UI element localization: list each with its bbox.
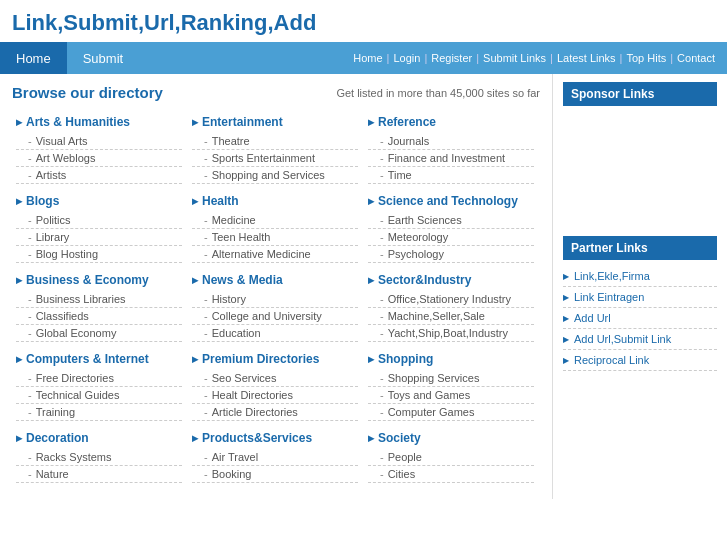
browse-subtitle: Get listed in more than 45,000 sites so … [336, 87, 540, 99]
dir-section-title[interactable]: Science and Technology [368, 194, 534, 208]
dir-item[interactable]: Yacht,Ship,Boat,Industry [368, 325, 534, 342]
dir-section-title[interactable]: Health [192, 194, 358, 208]
dir-section: DecorationRacks SystemsNature [12, 427, 188, 489]
dir-item[interactable]: Medicine [192, 212, 358, 229]
partner-link[interactable]: Add Url [563, 308, 717, 329]
directory-grid: Arts & HumanitiesVisual ArtsArt WeblogsA… [12, 111, 540, 489]
dir-item[interactable]: Education [192, 325, 358, 342]
dir-item[interactable]: Free Directories [16, 370, 182, 387]
dir-section: ShoppingShopping ServicesToys and GamesC… [364, 348, 540, 427]
dir-section: Computers & InternetFree DirectoriesTech… [12, 348, 188, 427]
dir-section: SocietyPeopleCities [364, 427, 540, 489]
dir-item[interactable]: Machine,Seller,Sale [368, 308, 534, 325]
dir-section-title[interactable]: Arts & Humanities [16, 115, 182, 129]
dir-section: HealthMedicineTeen HealthAlternative Med… [188, 190, 364, 269]
dir-item[interactable]: College and University [192, 308, 358, 325]
dir-item[interactable]: Journals [368, 133, 534, 150]
main-layout: Browse our directory Get listed in more … [0, 74, 727, 499]
dir-item[interactable]: History [192, 291, 358, 308]
dir-item[interactable]: Visual Arts [16, 133, 182, 150]
dir-item[interactable]: Blog Hosting [16, 246, 182, 263]
partner-links-title: Partner Links [563, 236, 717, 260]
dir-section-title[interactable]: Entertainment [192, 115, 358, 129]
dir-item[interactable]: Healt Directories [192, 387, 358, 404]
dir-section-title[interactable]: Society [368, 431, 534, 445]
partner-link[interactable]: Link,Ekle,Firma [563, 266, 717, 287]
dir-item[interactable]: Seo Services [192, 370, 358, 387]
dir-item[interactable]: Meteorology [368, 229, 534, 246]
dir-item[interactable]: Art Weblogs [16, 150, 182, 167]
dir-item[interactable]: Teen Health [192, 229, 358, 246]
dir-section: Arts & HumanitiesVisual ArtsArt WeblogsA… [12, 111, 188, 190]
nav-link-top-hits[interactable]: Top Hits [626, 52, 666, 64]
dir-item[interactable]: Air Travel [192, 449, 358, 466]
nav-link-home[interactable]: Home [353, 52, 382, 64]
dir-section-title[interactable]: Blogs [16, 194, 182, 208]
site-title: Link,Submit,Url,Ranking,Add [12, 10, 715, 36]
dir-item[interactable]: Global Economy [16, 325, 182, 342]
dir-section-title[interactable]: Shopping [368, 352, 534, 366]
dir-section-title[interactable]: Products&Services [192, 431, 358, 445]
dir-item[interactable]: Sports Entertainment [192, 150, 358, 167]
dir-section: EntertainmentTheatreSports Entertainment… [188, 111, 364, 190]
partner-links-list: Link,Ekle,FirmaLink EintragenAdd UrlAdd … [563, 266, 717, 371]
dir-item[interactable]: Office,Stationery Industry [368, 291, 534, 308]
partner-links-box: Partner Links Link,Ekle,FirmaLink Eintra… [563, 236, 717, 371]
dir-item[interactable]: Politics [16, 212, 182, 229]
dir-item[interactable]: Toys and Games [368, 387, 534, 404]
nav-link-latest-links[interactable]: Latest Links [557, 52, 616, 64]
partner-link[interactable]: Reciprocal Link [563, 350, 717, 371]
nav-link-contact[interactable]: Contact [677, 52, 715, 64]
dir-item[interactable]: Nature [16, 466, 182, 483]
nav-link-login[interactable]: Login [393, 52, 420, 64]
dir-item[interactable]: Shopping and Services [192, 167, 358, 184]
page-header: Link,Submit,Url,Ranking,Add [0, 0, 727, 42]
dir-item[interactable]: Classifieds [16, 308, 182, 325]
dir-section-title[interactable]: Decoration [16, 431, 182, 445]
dir-item[interactable]: Finance and Investment [368, 150, 534, 167]
nav-tab-submit[interactable]: Submit [67, 42, 139, 74]
sidebar: Sponsor Links Partner Links Link,Ekle,Fi… [552, 74, 727, 499]
dir-section: Products&ServicesAir TravelBooking [188, 427, 364, 489]
dir-item[interactable]: People [368, 449, 534, 466]
sponsor-links-box: Sponsor Links [563, 82, 717, 222]
dir-item[interactable]: Earth Sciences [368, 212, 534, 229]
dir-item[interactable]: Business Libraries [16, 291, 182, 308]
nav-link-submit-links[interactable]: Submit Links [483, 52, 546, 64]
dir-item[interactable]: Library [16, 229, 182, 246]
nav-left: Home Submit [0, 42, 139, 74]
dir-item[interactable]: Alternative Medicine [192, 246, 358, 263]
partner-link[interactable]: Link Eintragen [563, 287, 717, 308]
dir-section-title[interactable]: Reference [368, 115, 534, 129]
dir-item[interactable]: Training [16, 404, 182, 421]
browse-header: Browse our directory Get listed in more … [12, 84, 540, 101]
sponsor-links-title: Sponsor Links [563, 82, 717, 106]
dir-item[interactable]: Psychology [368, 246, 534, 263]
sponsor-links-content [563, 112, 717, 222]
dir-section: Premium DirectoriesSeo ServicesHealt Dir… [188, 348, 364, 427]
dir-section-title[interactable]: Computers & Internet [16, 352, 182, 366]
dir-item[interactable]: Cities [368, 466, 534, 483]
nav-tab-home[interactable]: Home [0, 42, 67, 74]
dir-section-title[interactable]: Sector&Industry [368, 273, 534, 287]
partner-link[interactable]: Add Url,Submit Link [563, 329, 717, 350]
dir-section-title[interactable]: Business & Economy [16, 273, 182, 287]
dir-item[interactable]: Racks Systems [16, 449, 182, 466]
dir-item[interactable]: Article Directories [192, 404, 358, 421]
dir-section: News & MediaHistoryCollege and Universit… [188, 269, 364, 348]
browse-title: Browse our directory [12, 84, 163, 101]
dir-section-title[interactable]: Premium Directories [192, 352, 358, 366]
nav-right: Home | Login | Register | Submit Links |… [353, 52, 727, 64]
dir-section: BlogsPoliticsLibraryBlog Hosting [12, 190, 188, 269]
nav-link-register[interactable]: Register [431, 52, 472, 64]
dir-item[interactable]: Artists [16, 167, 182, 184]
dir-item[interactable]: Shopping Services [368, 370, 534, 387]
dir-section: ReferenceJournalsFinance and InvestmentT… [364, 111, 540, 190]
dir-item[interactable]: Booking [192, 466, 358, 483]
dir-section-title[interactable]: News & Media [192, 273, 358, 287]
dir-item[interactable]: Computer Games [368, 404, 534, 421]
dir-section: Sector&IndustryOffice,Stationery Industr… [364, 269, 540, 348]
dir-item[interactable]: Time [368, 167, 534, 184]
dir-item[interactable]: Technical Guides [16, 387, 182, 404]
dir-item[interactable]: Theatre [192, 133, 358, 150]
